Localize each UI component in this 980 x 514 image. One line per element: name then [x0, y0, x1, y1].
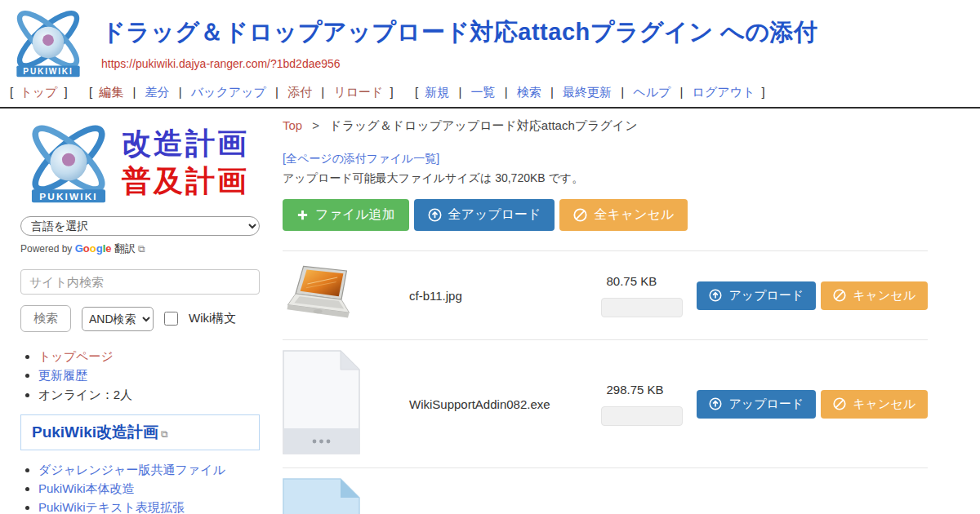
sidebar-item-top-page[interactable]: トップページ [38, 349, 114, 363]
google-translate-credit: Powered by Google 翻訳⧉ [20, 241, 260, 256]
file-thumbnail-cell [283, 261, 409, 330]
pukiwiki-kaizo-link[interactable]: PukiWiki改造計画 [32, 423, 158, 441]
nav-item-diff[interactable]: 差分 [145, 85, 170, 99]
upload-progress-bar [601, 298, 683, 317]
table-row: cf-b11.jpg 80.75 KB アップロード キャンセル [283, 251, 928, 340]
external-link-icon: ⧉ [138, 243, 145, 255]
cancel-all-label: 全キャンセル [594, 206, 674, 224]
upload-button[interactable]: アップロード [697, 390, 816, 419]
pukiwiki-brand-text: PUKIWIKI [23, 67, 73, 76]
file-size: 80.75 KB [606, 274, 687, 288]
online-count: オンライン：2人 [38, 388, 132, 401]
google-logo-text: Google [75, 242, 112, 255]
sidebar-item-update-history[interactable]: 更新履歴 [38, 368, 87, 382]
plus-icon [296, 209, 309, 221]
breadcrumb-home-link[interactable]: Top [283, 118, 302, 132]
upload-all-button[interactable]: 全アップロード [414, 199, 555, 231]
wiki-syntax-checkbox[interactable] [164, 312, 178, 326]
nav-item-recent[interactable]: 最終更新 [563, 85, 612, 99]
nav-item-search[interactable]: 検索 [517, 85, 541, 99]
search-button[interactable]: 検索 [20, 305, 71, 332]
pukiwiki-atom-logo[interactable]: PUKIWIKI [7, 5, 90, 80]
generic-file-icon [283, 350, 360, 454]
sidebar-logo-text: 改造計画 普及計画 [117, 127, 249, 197]
file-name: cf-b11.jpg [409, 289, 601, 303]
sidebar-item-text-ext[interactable]: PukiWikiテキスト表現拡張 [38, 500, 185, 514]
file-size: 298.75 KB [606, 383, 687, 397]
nav-separator: | [275, 85, 278, 99]
sidebar-logo-line-fukyu: 普及計画 [122, 165, 249, 197]
upload-toolbar: ファイル追加 全アップロード 全キャンセル [283, 199, 928, 231]
sidebar-section-heading: PukiWiki改造計画⧉ [20, 414, 260, 450]
upload-progress-bar [601, 406, 683, 426]
row-actions: アップロード キャンセル [697, 390, 928, 419]
nav-group-top: [ トップ ] [7, 85, 74, 99]
add-file-button[interactable]: ファイル追加 [283, 199, 409, 231]
nav-bracket: [ [10, 85, 13, 99]
svg-text:</>: </> [284, 510, 352, 514]
nav-item-top[interactable]: トップ [20, 85, 57, 99]
sidebar-logo[interactable]: PUKIWIKI 改造計画 普及計画 [20, 117, 260, 208]
nav-separator: | [550, 85, 554, 99]
nav-bracket: ] [762, 85, 765, 99]
laptop-photo-thumbnail [283, 261, 361, 326]
row-actions: アップロード キャンセル [697, 281, 928, 310]
search-mode-select[interactable]: AND検索 [82, 307, 154, 331]
list-item: トップページ [38, 348, 260, 365]
nav-separator: | [132, 85, 136, 99]
nav-bracket: [ [89, 85, 92, 99]
nav-bracket: ] [65, 85, 68, 99]
all-attachments-link[interactable]: [全ページの添付ファイル一覧] [283, 152, 439, 166]
sidebar-atom-icon: PUKIWIKI [20, 117, 117, 208]
upload-circle-icon [709, 289, 722, 302]
cancel-circle-icon [833, 397, 846, 410]
nav-item-logout[interactable]: ログアウト [693, 85, 755, 99]
upload-label: アップロード [728, 288, 804, 304]
list-item: 更新履歴 [38, 367, 260, 383]
nav-item-backup[interactable]: バックアップ [191, 85, 266, 99]
nav-item-list[interactable]: 一覧 [471, 85, 496, 99]
nav-item-reload[interactable]: リロード [333, 85, 383, 99]
nav-item-new[interactable]: 新規 [425, 85, 449, 99]
table-row: WikiSupportAddin082.exe 298.75 KB アップロード… [283, 340, 928, 468]
upload-button[interactable]: アップロード [697, 281, 816, 310]
cancel-circle-icon [573, 208, 587, 222]
cancel-button[interactable]: キャンセル [821, 390, 928, 419]
pending-files-table: cf-b11.jpg 80.75 KB アップロード キャンセル [283, 250, 928, 514]
nav-item-edit[interactable]: 編集 [99, 85, 123, 99]
cancel-label: キャンセル [853, 288, 915, 304]
nav-separator: | [458, 85, 461, 99]
nav-bracket: ] [390, 85, 394, 99]
translate-link[interactable]: 翻訳 [114, 242, 136, 255]
sidebar-item-core-mod[interactable]: PukiWiki本体改造 [38, 481, 135, 495]
page-url-link[interactable]: https://pukiwiki.dajya-ranger.com/?1bd2d… [101, 57, 341, 70]
cancel-all-button[interactable]: 全キャンセル [559, 199, 688, 231]
file-meta-cell: 60.78 KB [601, 511, 687, 514]
max-upload-size-note: アップロード可能最大ファイルサイズは 30,720KB です。 [283, 171, 928, 186]
table-row: </> contents.html 60.78 KB アップロード [283, 468, 928, 514]
file-size: 60.78 KB [606, 511, 687, 514]
breadcrumb-current: ドラッグ＆ドロップアップロード対応attachプラグイン [329, 118, 637, 132]
language-select[interactable]: 言語を選択 [20, 216, 260, 236]
external-link-icon: ⧉ [161, 428, 168, 440]
cancel-circle-icon [833, 289, 846, 302]
breadcrumb: Top > ドラッグ＆ドロップアップロード対応attachプラグイン [283, 118, 928, 134]
breadcrumb-separator: > [312, 118, 319, 132]
header-text: ドラッグ＆ドロップアップロード対応attachプラグイン への添付 https:… [90, 5, 818, 71]
sidebar: PUKIWIKI 改造計画 普及計画 言語を選択 Powered by Goog… [0, 109, 270, 514]
powered-by-label: Powered by [20, 243, 72, 255]
cancel-button[interactable]: キャンセル [821, 281, 928, 310]
nav-separator: | [621, 85, 624, 99]
nav-separator: | [680, 85, 684, 99]
site-search-input[interactable] [20, 269, 260, 295]
sidebar-quick-links: トップページ 更新履歴 オンライン：2人 [38, 348, 260, 403]
list-item: PukiWiki本体改造 [38, 481, 260, 497]
wiki-syntax-label: Wiki構文 [189, 311, 236, 326]
page-title: ドラッグ＆ドロップアップロード対応attachプラグイン への添付 [101, 16, 818, 49]
nav-item-attach[interactable]: 添付 [287, 85, 312, 99]
nav-separator: | [505, 85, 508, 99]
nav-item-help[interactable]: ヘルプ [633, 85, 670, 99]
list-item: オンライン：2人 [38, 387, 260, 403]
cancel-label: キャンセル [853, 397, 915, 412]
sidebar-item-common-files[interactable]: ダジャレンジャー版共通ファイル [38, 463, 225, 476]
